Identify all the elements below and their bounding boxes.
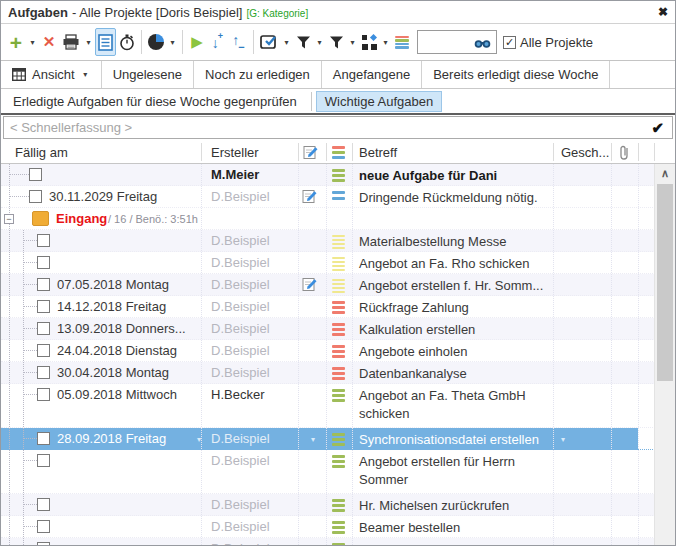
priority-yellow-icon[interactable] [332, 257, 345, 271]
filter2-button[interactable] [326, 28, 346, 56]
timer-button[interactable] [117, 28, 137, 56]
scroll-up-icon[interactable]: ∧ [655, 164, 675, 183]
task-checkbox[interactable] [37, 520, 50, 533]
print-button[interactable] [60, 28, 82, 56]
collapse-icon[interactable]: − [4, 214, 14, 224]
priority-green-icon[interactable] [332, 433, 345, 446]
task-row[interactable]: D.BeispielMaterialbestellung Messe [1, 230, 675, 252]
column-business[interactable]: Gesch... [561, 145, 609, 160]
task-checkbox[interactable] [37, 256, 50, 269]
priority-red-icon[interactable] [332, 345, 345, 358]
report-button[interactable] [95, 28, 116, 56]
tab-bereits-erledigt-diese-woche[interactable]: Bereits erledigt diese Woche [422, 61, 610, 88]
grouping-dropdown[interactable]: ▾ [380, 38, 391, 47]
filter-button[interactable] [293, 28, 313, 56]
task-row[interactable]: 14.12.2018 FreitagD.BeispielRückfrage Za… [1, 296, 675, 318]
tasks-check-dropdown[interactable]: ▾ [281, 38, 292, 47]
priority-red-icon[interactable] [332, 367, 345, 380]
priority-green-icon[interactable] [332, 521, 345, 534]
priority-yellow-icon[interactable] [332, 235, 345, 249]
move-up-button[interactable]: ↑− [229, 28, 249, 56]
column-edit-icon[interactable] [303, 144, 319, 160]
binoculars-icon[interactable] [474, 36, 491, 49]
task-row[interactable]: M.Meierneue Aufgabe für Dani [1, 164, 675, 186]
delete-button[interactable]: ✕ [39, 28, 59, 56]
task-row[interactable]: 05.09.2018 MittwochH.BeckerAngebot an Fa… [1, 384, 675, 428]
tab-noch-zu-erledigen[interactable]: Noch zu erledigen [194, 61, 322, 88]
quick-entry-input[interactable] [4, 120, 643, 135]
add-task-button[interactable]: + [6, 28, 26, 56]
task-row[interactable]: D.BeispielBeamer bestellen [1, 516, 675, 538]
column-subject[interactable]: Betreff [359, 145, 397, 160]
task-row[interactable]: 28.09.2018 FreitagD.BeispielSynchronisat… [1, 428, 675, 450]
pie-chart-button[interactable] [146, 28, 166, 56]
priority-green-icon[interactable] [332, 389, 345, 402]
task-row[interactable]: D.BeispielSitzung einberufen [1, 538, 675, 546]
cell-dropdown-icon[interactable]: ▾ [311, 435, 315, 444]
priority-yellow-icon[interactable] [332, 279, 345, 293]
task-checkbox[interactable] [37, 300, 50, 313]
vertical-scrollbar[interactable]: ∧ [654, 164, 675, 545]
task-row[interactable]: D.BeispielHr. Michelsen zurückrufen [1, 494, 675, 516]
edit-note-icon[interactable] [302, 188, 318, 204]
task-row[interactable]: D.BeispielAngebot erstellen für Herrn So… [1, 450, 675, 494]
task-checkbox[interactable] [37, 454, 50, 467]
task-checkbox[interactable] [37, 366, 50, 379]
tab-wichtige-aufgaben[interactable]: Wichtige Aufgaben [316, 91, 442, 112]
task-row[interactable]: 13.09.2018 Donners...D.BeispielKalkulati… [1, 318, 675, 340]
tab-ansicht[interactable]: Ansicht▾ [1, 61, 102, 88]
tab-erledigte-aufgaben-für-diese-woche-gegen[interactable]: Erledigte Aufgaben für diese Woche gegen… [5, 92, 312, 111]
task-row[interactable]: 30.11.2029 FreitagD.BeispielDringende Rü… [1, 186, 675, 208]
priority-green-icon[interactable] [332, 169, 345, 182]
subject: Angebot erstellen f. Hr. Somm... [359, 277, 553, 295]
chevron-down-icon[interactable]: ▾ [81, 70, 90, 79]
task-checkbox[interactable] [29, 168, 42, 181]
alle-projekte-toggle[interactable]: ✓ Alle Projekte [503, 35, 593, 50]
priority-blue-icon[interactable] [332, 191, 345, 200]
move-down-button[interactable]: ↓+ [208, 28, 228, 56]
task-checkbox[interactable] [37, 432, 50, 445]
group-row[interactable]: −Eingang/ 16 / Benö.: 3:51h [1, 208, 675, 230]
priority-green-icon[interactable] [332, 455, 345, 468]
task-checkbox[interactable] [29, 190, 42, 203]
start-button[interactable]: ▶ [187, 28, 207, 56]
task-checkbox[interactable] [37, 542, 50, 546]
quick-entry-wrap: ✔ [1, 115, 675, 141]
pie-chart-dropdown[interactable]: ▾ [167, 38, 178, 47]
tab-ungelesene[interactable]: Ungelesene [102, 61, 194, 88]
edit-note-icon[interactable] [302, 276, 318, 292]
add-task-dropdown[interactable]: ▾ [27, 38, 38, 47]
move-down-icon: ↓+ [212, 35, 224, 50]
confirm-icon[interactable]: ✔ [643, 119, 672, 137]
task-checkbox[interactable] [37, 278, 50, 291]
filter-dropdown[interactable]: ▾ [314, 38, 325, 47]
close-icon[interactable]: ✖ [658, 5, 668, 19]
search-input[interactable] [418, 32, 474, 52]
grouping-button[interactable] [359, 28, 379, 56]
column-creator[interactable]: Ersteller [211, 145, 259, 160]
task-row[interactable]: D.BeispielAngebot an Fa. Rho schicken [1, 252, 675, 274]
task-checkbox[interactable] [37, 498, 50, 511]
tasks-check-button[interactable] [258, 28, 280, 56]
task-checkbox[interactable] [37, 234, 50, 247]
print-dropdown[interactable]: ▾ [83, 38, 94, 47]
column-due[interactable]: Fällig am [15, 145, 68, 160]
column-attachment-icon[interactable] [618, 144, 630, 161]
task-checkbox[interactable] [37, 344, 50, 357]
task-row[interactable]: 07.05.2018 MontagD.BeispielAngebot erste… [1, 274, 675, 296]
custom-tabs-row: Erledigte Aufgaben für diese Woche gegen… [1, 89, 675, 115]
tab-angefangene[interactable]: Angefangene [322, 61, 422, 88]
priority-list-button[interactable] [392, 28, 412, 56]
priority-red-icon[interactable] [332, 301, 345, 314]
task-checkbox[interactable] [37, 322, 50, 335]
filter2-dropdown[interactable]: ▾ [347, 38, 358, 47]
scrollbar-thumb[interactable] [657, 184, 673, 381]
task-row[interactable]: 30.04.2018 MontagD.BeispielDatenbankanal… [1, 362, 675, 384]
task-checkbox[interactable] [37, 388, 50, 401]
creator: D.Beispiel [211, 277, 297, 292]
cell-dropdown-icon[interactable]: ▾ [561, 435, 565, 444]
priority-green-icon[interactable] [332, 499, 345, 512]
priority-red-icon[interactable] [332, 323, 345, 336]
column-priority-icon[interactable] [332, 146, 345, 159]
task-row[interactable]: 24.04.2018 DienstagD.BeispielAngebote ei… [1, 340, 675, 362]
